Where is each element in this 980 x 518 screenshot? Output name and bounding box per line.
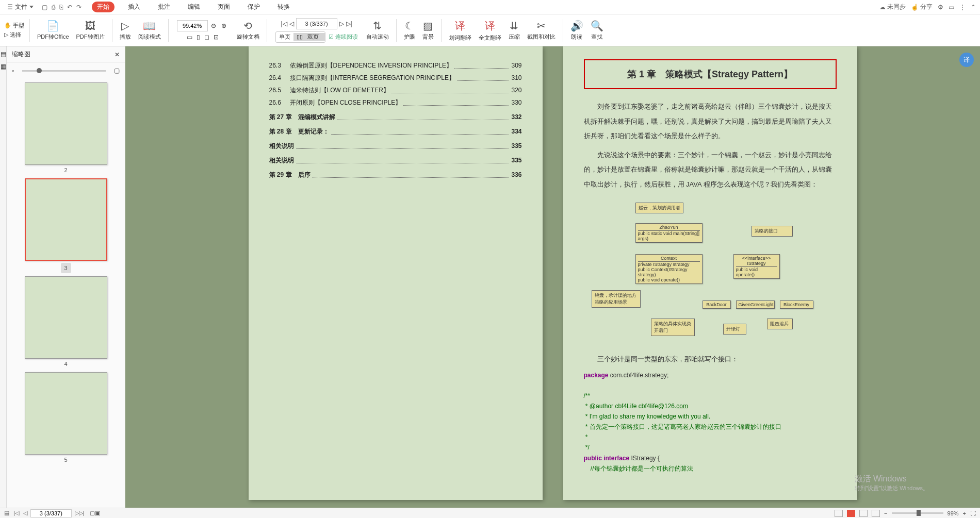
find[interactable]: 🔍查找 bbox=[589, 20, 606, 41]
thumb-size-slider[interactable] bbox=[22, 70, 106, 72]
background[interactable]: ▨背景 bbox=[420, 20, 436, 41]
compress[interactable]: ⇊压缩 bbox=[507, 20, 522, 41]
chapter-title: 第 1 章 策略模式【Strategy Pattern】 bbox=[584, 59, 837, 89]
sb-first-icon[interactable]: |◁ bbox=[13, 510, 19, 516]
full-translate[interactable]: 译全文翻译 bbox=[477, 19, 503, 42]
eye-protect[interactable]: ☾护眼 bbox=[402, 20, 417, 41]
page-right: 第 1 章 策略模式【Strategy Pattern】 刘备要到江东娶老婆了，… bbox=[563, 46, 857, 500]
redo-icon[interactable]: ↷ bbox=[76, 4, 81, 11]
thumbs-title: 缩略图 bbox=[12, 50, 30, 59]
toc-item: 26.3依赖倒置原则【DEPENDENCE INVERSION PRINCIPL… bbox=[269, 59, 522, 72]
sb-mark1-icon[interactable]: ▢ bbox=[90, 510, 95, 516]
nav-next-icon[interactable]: ▷ bbox=[339, 20, 344, 27]
uml-note5: 开绿灯 bbox=[723, 324, 746, 335]
sync-status[interactable]: ☁ 未同步 bbox=[879, 3, 906, 11]
rotate-doc[interactable]: ⟲旋转文档 bbox=[235, 20, 262, 41]
toc-chapter: 相关说明335 bbox=[269, 154, 522, 166]
uml-istrategy: <<interface>> IStrategypublic void opera… bbox=[733, 254, 780, 279]
gear-icon[interactable]: ⚙ bbox=[938, 4, 943, 11]
toc-chapter: 相关说明335 bbox=[269, 140, 522, 152]
view-cont2[interactable] bbox=[872, 510, 880, 517]
sb-last-icon[interactable]: ▷| bbox=[79, 510, 85, 516]
uml-diagram: 赵云，策划的调用者 ZhaoYunpublic static void main… bbox=[584, 203, 837, 342]
zoom-input[interactable] bbox=[177, 20, 208, 31]
more-icon[interactable]: ⋮ bbox=[959, 4, 966, 11]
sb-mark2-icon[interactable]: ▣ bbox=[95, 510, 100, 516]
view-double[interactable] bbox=[847, 510, 855, 517]
uml-context: Contextprivate IStrategy strategypublic … bbox=[635, 254, 703, 284]
zoom-in-sb[interactable]: + bbox=[963, 510, 966, 516]
code-block: package com.cbf4life.strategy; /** * @au… bbox=[584, 371, 837, 474]
share-button[interactable]: ☝ 分享 bbox=[911, 3, 933, 11]
toc-item: 26.4接口隔离原则【INTERFACE SEGREGATION PRINCIP… bbox=[269, 72, 522, 84]
side-bookmarks-icon[interactable]: ▦ bbox=[1, 63, 6, 70]
auto-scroll[interactable]: ⇅自动滚动 bbox=[364, 20, 391, 41]
sb-next-icon[interactable]: ▷ bbox=[75, 510, 79, 516]
toc-chapter: 第 27 章 混编模式讲解332 bbox=[269, 111, 522, 123]
view-single[interactable] bbox=[835, 510, 843, 517]
thumb-3[interactable]: 3 bbox=[11, 178, 121, 273]
toc-item: 26.5迪米特法则【LOW OF DEMETER】320 bbox=[269, 84, 522, 96]
tab-start[interactable]: 开始 bbox=[92, 2, 115, 12]
pdf-to-image[interactable]: 🖼PDF转图片 bbox=[74, 20, 107, 41]
nav-first-icon[interactable]: |◁ bbox=[281, 20, 287, 27]
file-menu[interactable]: ☰ 文件 bbox=[4, 2, 37, 12]
uml-note3: 锦囊，承计谋的地方 策略的应用场景 bbox=[592, 290, 641, 308]
expand-icon[interactable]: ⌃ bbox=[971, 4, 976, 11]
thumb-small-icon[interactable]: ▫ bbox=[12, 67, 14, 74]
tab-page[interactable]: 页面 bbox=[214, 1, 234, 13]
page-info[interactable]: 3 (3/337) bbox=[296, 18, 337, 29]
tab-protect[interactable]: 保护 bbox=[243, 1, 264, 13]
print-icon[interactable]: ⎙ bbox=[52, 4, 55, 11]
single-page[interactable]: 单页 bbox=[276, 33, 293, 41]
para-3: 三个妙计是同一类型的东东，那咱就写个接口： bbox=[584, 352, 837, 367]
read-aloud[interactable]: 🔊朗读 bbox=[568, 20, 585, 41]
undo-icon[interactable]: ↶ bbox=[67, 4, 72, 11]
fullscreen-icon[interactable]: ⛶ bbox=[970, 510, 976, 516]
para-2: 先说说这个场景中的要素：三个妙计，一个锦囊，一个赵云，妙计是小亮同志给的，妙计是… bbox=[584, 148, 837, 192]
actual-size-icon[interactable]: ◻ bbox=[204, 34, 209, 41]
uml-zhaoyun: ZhaoYunpublic static void main(String[] … bbox=[635, 223, 703, 243]
zoom-in-icon[interactable]: ⊕ bbox=[219, 22, 228, 29]
tab-annotate[interactable]: 批注 bbox=[154, 1, 174, 13]
sb-prev-icon[interactable]: ◁ bbox=[23, 510, 27, 516]
pdf-to-office[interactable]: 📄PDF转Office bbox=[35, 20, 71, 41]
zoom100-icon[interactable]: ⊡ bbox=[214, 34, 219, 41]
compare[interactable]: ✂截图和对比 bbox=[525, 20, 558, 41]
fit-width-icon[interactable]: ▭ bbox=[187, 34, 192, 41]
view-cont[interactable] bbox=[859, 510, 868, 517]
uml-note6: 阻击追兵 bbox=[767, 319, 793, 329]
save-icon[interactable]: ⎘ bbox=[59, 4, 63, 11]
para-1: 刘备要到江东娶老婆了，走之前诸葛亮给赵云（伴郎）三个锦囊妙计，说是按天机拆开解决… bbox=[584, 99, 837, 144]
thumb-2[interactable]: 2 bbox=[11, 82, 121, 175]
thumb-large-icon[interactable]: ▢ bbox=[114, 67, 120, 74]
window-icon[interactable]: ▭ bbox=[949, 4, 954, 11]
thumb-4[interactable]: 4 bbox=[11, 276, 121, 369]
select-tool[interactable]: ▷ 选择 bbox=[4, 31, 24, 39]
word-translate[interactable]: 译划词翻译 bbox=[447, 19, 473, 42]
nav-prev-icon[interactable]: ◁ bbox=[289, 20, 294, 27]
tab-insert[interactable]: 插入 bbox=[124, 1, 144, 13]
play-button[interactable]: ▷播放 bbox=[118, 20, 133, 41]
tab-edit[interactable]: 编辑 bbox=[184, 1, 204, 13]
side-thumbs-icon[interactable]: ▤ bbox=[1, 51, 6, 58]
double-page[interactable]: ▯▯ 双页 bbox=[293, 33, 325, 41]
uml-note1: 赵云，策划的调用者 bbox=[635, 203, 683, 213]
fit-page-icon[interactable]: ▯ bbox=[197, 34, 200, 41]
zoom-out-icon[interactable]: ⊖ bbox=[209, 22, 218, 29]
open-icon[interactable]: ▢ bbox=[42, 4, 47, 11]
zoom-value: 99% bbox=[948, 510, 959, 516]
thumb-5[interactable]: 5 bbox=[11, 372, 121, 465]
tab-convert[interactable]: 转换 bbox=[273, 1, 294, 13]
close-thumbs-icon[interactable]: ✕ bbox=[115, 51, 120, 58]
float-translate-icon[interactable]: 译 bbox=[959, 53, 974, 67]
sb-thumbs-icon[interactable]: ▤ bbox=[4, 510, 9, 516]
status-page-input[interactable] bbox=[30, 509, 72, 517]
read-mode[interactable]: 📖阅读模式 bbox=[136, 20, 163, 41]
zoom-out-sb[interactable]: − bbox=[884, 510, 887, 516]
nav-last-icon[interactable]: ▷| bbox=[346, 20, 352, 27]
hand-tool[interactable]: ✋ 手型 bbox=[4, 22, 24, 29]
continuous-read[interactable]: ☑ 连续阅读 bbox=[329, 33, 358, 41]
uml-block: BlockEnemy bbox=[780, 300, 813, 309]
zoom-slider[interactable] bbox=[892, 512, 943, 514]
